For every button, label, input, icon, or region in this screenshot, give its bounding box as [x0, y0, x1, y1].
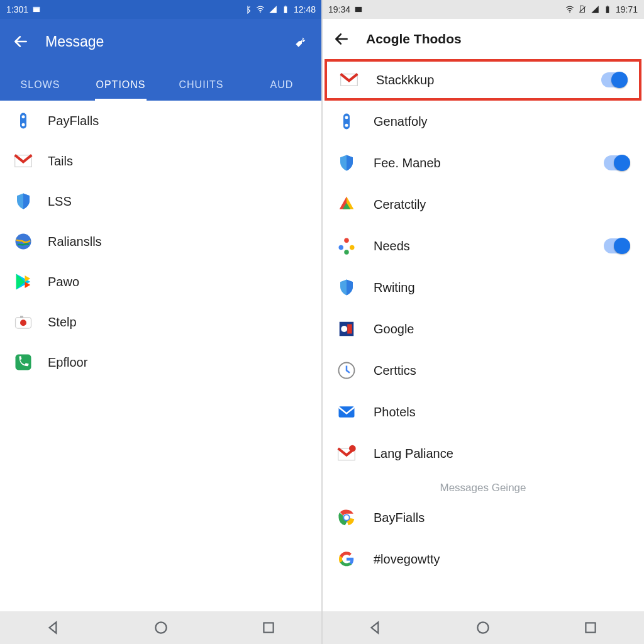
svg-point-22: [345, 116, 348, 119]
colordots-icon: [336, 235, 357, 257]
status-time-left: 1:301: [6, 4, 28, 14]
toggle-switch[interactable]: [604, 238, 630, 253]
svg-point-17: [569, 11, 570, 13]
toggle-switch[interactable]: [604, 155, 630, 170]
tab-options[interactable]: OPTIONS: [80, 79, 161, 101]
tab-bar: SLOWS OPTIONS CHUIITS AUD: [0, 64, 322, 101]
list-item-label: Ceratctily: [374, 197, 630, 212]
list-item[interactable]: Photels: [322, 391, 644, 433]
list-item[interactable]: Stelp: [0, 302, 322, 342]
blueovals-icon: [13, 110, 34, 131]
toggle-switch[interactable]: [601, 72, 628, 87]
svg-point-23: [345, 124, 348, 127]
list-item[interactable]: Ralianslls: [0, 221, 322, 262]
svg-point-6: [22, 115, 25, 118]
list-item[interactable]: Rwiting: [322, 267, 644, 308]
shield-icon: [336, 152, 357, 174]
list-item-label: Genatfoly: [374, 114, 630, 129]
wifi-icon: [256, 5, 265, 14]
list-item[interactable]: Stackkkup: [325, 59, 641, 101]
list-item[interactable]: Genatfoly: [322, 101, 644, 142]
phone-icon: [13, 352, 34, 373]
list-item[interactable]: Certtics: [322, 350, 644, 391]
svg-rect-15: [264, 623, 273, 632]
list-item[interactable]: Lang Paliance: [322, 433, 644, 474]
list-item[interactable]: Epfloor: [0, 342, 322, 382]
list-item-label: Pawo: [48, 275, 79, 289]
play-icon: [13, 271, 34, 292]
svg-rect-18: [606, 6, 609, 13]
svg-rect-1: [33, 7, 40, 8]
svg-rect-4: [285, 6, 286, 6]
tab-slows[interactable]: SLOWS: [0, 79, 80, 101]
options-list[interactable]: PayFlallsTailsLSSRaliansllsPawoStelpEpfl…: [0, 101, 322, 611]
wrench-icon[interactable]: [293, 33, 309, 50]
svg-point-7: [22, 123, 25, 126]
nav-home-icon[interactable]: [475, 619, 491, 636]
nav-back-icon[interactable]: [367, 619, 384, 636]
status-time-right: 12:48: [294, 4, 316, 14]
nav-recent-icon[interactable]: [582, 619, 599, 636]
list-item[interactable]: Ceratctily: [322, 184, 644, 225]
status-bar: 19:34 19:71: [322, 0, 644, 19]
svg-rect-3: [284, 6, 287, 13]
nav-recent-icon[interactable]: [260, 619, 277, 636]
svg-point-14: [155, 622, 166, 633]
wifi-icon: [565, 5, 574, 14]
list-item-label: Lang Paliance: [374, 447, 630, 461]
app-bar: Message: [0, 19, 322, 64]
svg-point-38: [477, 622, 488, 633]
list-item-label: Stelp: [48, 315, 77, 330]
svg-rect-12: [20, 316, 23, 318]
gmail-icon: [13, 150, 34, 172]
status-time-left: 19:34: [328, 4, 350, 14]
blueovals-icon: [336, 111, 357, 132]
list-item[interactable]: Google: [322, 308, 644, 350]
list-item-label: Fee. Maneb: [374, 156, 604, 170]
flag-icon: [336, 318, 357, 340]
svg-rect-32: [339, 406, 355, 418]
svg-rect-16: [355, 7, 362, 12]
nav-home-icon[interactable]: [153, 619, 169, 636]
camera-icon: [13, 311, 34, 333]
list-item[interactable]: Tails: [0, 141, 322, 181]
page-title: Acogle Thodos: [366, 31, 462, 47]
status-time-right: 19:71: [616, 4, 638, 14]
envelope-icon: [336, 401, 357, 423]
back-icon[interactable]: [13, 33, 29, 50]
list-item-label: Photels: [374, 405, 630, 419]
list-item[interactable]: Pawo: [0, 262, 322, 302]
status-bar: 1:301 12:48: [0, 0, 322, 19]
settings-list[interactable]: StackkkupGenatfolyFee. ManebCeratctilyNe…: [322, 59, 644, 611]
page-title: Message: [45, 33, 293, 50]
svg-point-29: [341, 326, 347, 332]
android-nav-bar: [322, 611, 644, 644]
gcolor-icon: [336, 548, 357, 570]
svg-rect-13: [16, 355, 31, 370]
back-icon[interactable]: [333, 31, 350, 47]
list-item-label: Stackkkup: [376, 73, 601, 87]
gmail-icon: [338, 69, 360, 91]
battery-icon: [281, 5, 290, 14]
list-item[interactable]: PayFlalls: [0, 101, 322, 141]
list-item-label: Rwiting: [374, 280, 630, 295]
tab-aud[interactable]: AUD: [242, 79, 322, 101]
list-item[interactable]: #lovegowtty: [322, 538, 644, 580]
list-item-label: Tails: [48, 154, 73, 169]
list-item[interactable]: Needs: [322, 225, 644, 267]
svg-rect-30: [347, 325, 352, 334]
svg-point-25: [339, 245, 344, 250]
list-item[interactable]: Fee. Maneb: [322, 142, 644, 184]
chrome3-icon: [336, 194, 357, 215]
list-item-label: BayFialls: [374, 511, 630, 525]
list-item[interactable]: BayFialls: [322, 497, 644, 538]
svg-point-37: [344, 515, 349, 520]
signal-icon: [269, 5, 277, 14]
list-item-label: Ralianslls: [48, 235, 102, 249]
tab-chuiits[interactable]: CHUIITS: [161, 79, 242, 101]
nav-back-icon[interactable]: [45, 619, 62, 636]
shield-icon: [336, 277, 357, 298]
list-item[interactable]: LSS: [0, 181, 322, 221]
window-icon: [32, 5, 41, 14]
svg-point-11: [20, 319, 26, 326]
